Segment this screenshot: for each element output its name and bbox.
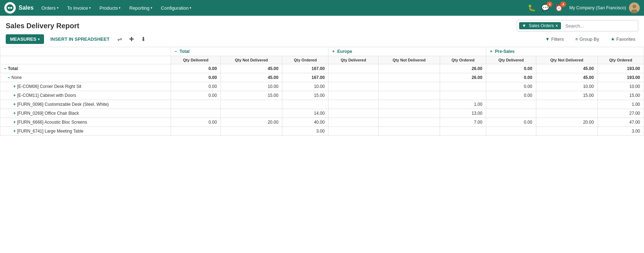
chevron-down-icon: ▾ (57, 6, 59, 10)
col-total-qty-ordered: Qty Ordered (282, 56, 328, 64)
group-by-button[interactable]: ≡ Group By (572, 35, 602, 43)
search-input[interactable] (562, 22, 638, 30)
chat-icon-btn[interactable]: 💬 4 (540, 3, 551, 13)
data-cell (221, 109, 282, 118)
collapse-row-btn[interactable]: − (8, 75, 10, 80)
data-cell: 0.00 (486, 64, 536, 73)
search-bar: ▼ Sales Orders × (517, 20, 638, 31)
chevron-down-icon: ▾ (190, 6, 191, 10)
collapse-row-btn[interactable]: − (4, 66, 6, 71)
download-icon-btn[interactable]: ⬇ (140, 34, 147, 44)
data-cell (486, 109, 536, 118)
row-label-cell: −Total (0, 64, 171, 73)
expand-europe-btn[interactable]: + (332, 49, 335, 54)
data-cell (282, 100, 328, 109)
data-cell (328, 64, 379, 73)
expand-row-btn[interactable]: + (13, 120, 16, 125)
company-name[interactable]: My Company (San Francisco) (569, 5, 626, 10)
data-cell: 0.00 (171, 82, 221, 91)
data-cell: 193.00 (597, 73, 644, 82)
data-cell (328, 73, 379, 82)
row-label: [FURN_0269] Office Chair Black (17, 111, 79, 116)
expand-row-btn[interactable]: + (13, 84, 16, 89)
table-row: +[FURN_6741] Large Meeting Table3.003.00 (0, 127, 644, 136)
chevron-down-icon: ▾ (89, 6, 91, 10)
nav-configuration[interactable]: Configuration ▾ (157, 3, 195, 13)
toolbar: MEASURES ▾ INSERT IN SPREADSHEET ⇌ ✚ ⬇ ▼… (0, 31, 644, 47)
empty-subheader-cell (0, 56, 171, 64)
expand-presales-btn[interactable]: + (490, 49, 492, 54)
col-group-total-label: Total (180, 49, 190, 54)
row-label: [E-COM06] Corner Desk Right Sit (17, 84, 81, 89)
col-group-presales-label: Pre-Sales (495, 49, 515, 54)
data-cell: 40.00 (282, 118, 328, 127)
data-cell: 15.00 (282, 91, 328, 100)
svg-point-4 (633, 5, 636, 8)
activity-icon-btn[interactable]: ⏰ 4 (553, 3, 564, 13)
table-row: +[FURN_0096] Customizable Desk (Steel, W… (0, 100, 644, 109)
nav-icons: 🐛 💬 4 ⏰ 4 My Company (San Francisco) (526, 3, 640, 13)
activity-badge: 4 (560, 1, 566, 7)
data-cell: 10.00 (221, 82, 282, 91)
expand-row-btn[interactable]: + (13, 111, 16, 116)
svg-point-0 (6, 4, 14, 11)
expand-row-btn[interactable]: + (13, 93, 16, 98)
data-cell: 0.00 (486, 91, 536, 100)
group-icon: ≡ (575, 36, 578, 42)
col-header-row: Qty Delivered Qty Not Delivered Qty Orde… (0, 56, 644, 64)
data-cell (221, 100, 282, 109)
data-cell: 13.00 (440, 109, 486, 118)
filter-tag-label: Sales Orders (529, 23, 554, 28)
row-label: [FURN_6666] Acoustic Bloc Screens (17, 120, 87, 125)
data-cell: 47.00 (597, 118, 644, 127)
row-label-cell: −None (0, 73, 171, 82)
expand-row-btn[interactable]: + (13, 102, 16, 107)
filters-button[interactable]: ▼ Filters (542, 35, 567, 43)
star-icon: ★ (611, 36, 615, 42)
nav-orders[interactable]: Orders ▾ (38, 3, 62, 13)
col-presales-qty-delivered: Qty Delivered (486, 56, 536, 64)
bug-icon-btn[interactable]: 🐛 (526, 3, 537, 13)
data-cell: 15.00 (536, 91, 597, 100)
add-icon-btn[interactable]: ✚ (128, 34, 135, 44)
data-cell: 26.00 (440, 64, 486, 73)
swap-icon-btn[interactable]: ⇌ (116, 34, 123, 44)
data-cell (486, 100, 536, 109)
data-cell (378, 100, 440, 109)
collapse-total-btn[interactable]: − (175, 49, 177, 54)
empty-header-cell (0, 47, 171, 56)
measures-button[interactable]: MEASURES ▾ (6, 34, 44, 44)
table-row: +[FURN_0269] Office Chair Black14.0013.0… (0, 109, 644, 118)
chevron-down-icon: ▾ (151, 6, 152, 10)
data-cell: 15.00 (597, 91, 644, 100)
odoo-logo[interactable] (4, 2, 16, 14)
nav-reporting[interactable]: Reporting ▾ (126, 3, 156, 13)
data-cell: 20.00 (536, 118, 597, 127)
data-cell: 1.00 (597, 100, 644, 109)
insert-spreadsheet-button[interactable]: INSERT IN SPREADSHEET (48, 35, 112, 43)
data-cell (440, 82, 486, 91)
table-row: −Total0.0045.00167.0026.000.0045.00193.0… (0, 64, 644, 73)
data-cell: 0.00 (171, 64, 221, 73)
col-total-qty-not-delivered: Qty Not Delivered (221, 56, 282, 64)
row-label-cell: +[E-COM11] Cabinet with Doors (0, 91, 171, 100)
data-cell: 10.00 (282, 82, 328, 91)
pivot-table: − Total + Europe + Pre-Sales Qty Deliver… (0, 47, 644, 136)
expand-row-btn[interactable]: + (13, 129, 16, 134)
data-cell (378, 82, 440, 91)
user-avatar[interactable] (629, 3, 640, 13)
nav-products[interactable]: Products ▾ (96, 3, 124, 13)
top-navigation: Sales Orders ▾ To Invoice ▾ Products ▾ R… (0, 0, 644, 16)
data-cell: 0.00 (486, 82, 536, 91)
row-label: None (11, 75, 22, 80)
row-label-cell: +[FURN_6666] Acoustic Bloc Screens (0, 118, 171, 127)
remove-filter-btn[interactable]: × (555, 23, 558, 29)
data-cell (221, 127, 282, 136)
data-cell (328, 109, 379, 118)
data-cell (328, 100, 379, 109)
row-label: Total (8, 66, 18, 71)
col-presales-qty-not-delivered: Qty Not Delivered (536, 56, 597, 64)
favorites-button[interactable]: ★ Favorites (608, 35, 638, 43)
nav-to-invoice[interactable]: To Invoice ▾ (64, 3, 95, 13)
data-cell: 7.00 (440, 118, 486, 127)
